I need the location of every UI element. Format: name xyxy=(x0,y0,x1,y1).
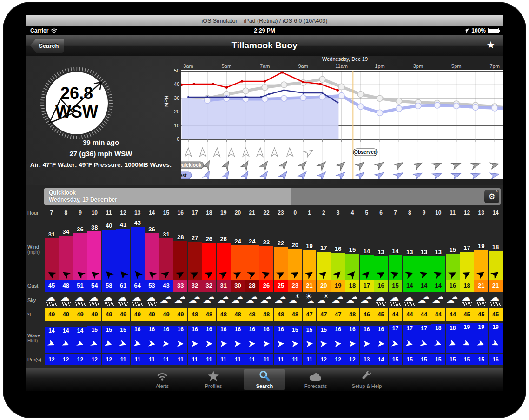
wind-bar xyxy=(217,243,231,280)
wind-value: 13 xyxy=(435,249,442,256)
temp-cell: 49 xyxy=(145,308,159,321)
wind-cell: 27 xyxy=(188,219,202,280)
sky-rain-icon: ☁ xyxy=(131,293,145,307)
gust-cell: 31 xyxy=(217,279,231,292)
table-settings-button[interactable]: ⚙ xyxy=(484,190,499,203)
hour-cell: 3 xyxy=(331,207,345,218)
wave-bar: 15 xyxy=(116,326,130,353)
gust-cell: 28 xyxy=(245,279,259,292)
wave-value: 16 xyxy=(134,326,140,353)
gust-cell: 16 xyxy=(374,279,388,292)
svg-text:est: est xyxy=(181,172,187,178)
svg-text:Observed: Observed xyxy=(354,149,377,155)
hour-cell: 13 xyxy=(131,207,145,218)
quicklook-model-selected[interactable]: Quicklook Wednesday, 19 December xyxy=(44,188,291,205)
temp-cell: 48 xyxy=(231,308,245,321)
svg-text:Quicklook: Quicklook xyxy=(181,162,202,168)
gust-cell: 14 xyxy=(417,279,431,292)
wind-value: 43 xyxy=(134,219,141,226)
period-cell: 11 xyxy=(231,354,245,365)
tab-search[interactable]: Search xyxy=(244,369,285,390)
wave-bar: 16 xyxy=(345,326,359,353)
period-cell: 12 xyxy=(331,354,345,365)
hour-cell: 22 xyxy=(259,207,273,218)
chart-canvas[interactable]: ObservedQuicklookest xyxy=(181,70,503,179)
wave-bar: 16 xyxy=(159,326,173,353)
wave-bar: 15 xyxy=(303,326,317,353)
period-cell: 11 xyxy=(217,354,231,365)
wind-cell: 17 xyxy=(460,219,474,280)
temp-cell: 47 xyxy=(303,308,317,321)
wind-value: 26 xyxy=(206,236,212,243)
wave-bar: 16 xyxy=(188,326,202,353)
period-cell: 11 xyxy=(303,354,317,365)
temp-cell: 48 xyxy=(245,308,259,321)
rain-streaks xyxy=(147,302,157,306)
back-search-button[interactable]: Search xyxy=(30,39,64,52)
wind-bar xyxy=(331,253,345,280)
wave-bar: 16 xyxy=(374,326,388,353)
temp-cell: 48 xyxy=(188,308,202,321)
tab-setup-help[interactable]: Setup & Help xyxy=(346,369,388,390)
temp-cell: 49 xyxy=(173,308,187,321)
favorite-star-icon[interactable]: ★ xyxy=(486,39,495,51)
sky-cloudy-icon: ☁☁ xyxy=(431,293,445,307)
wave-bar: 15 xyxy=(288,326,302,353)
wind-bar xyxy=(173,241,187,280)
wind-chart[interactable]: Wednesday, Dec 19 MPH ObservedQuicklooke… xyxy=(181,56,503,185)
wave-cell: 17 xyxy=(417,323,431,353)
wave-bar: 17 xyxy=(389,325,403,353)
hour-cell: 12 xyxy=(460,207,474,218)
sky-partly-icon: ☀☁ xyxy=(317,293,331,307)
temp-cell: 48 xyxy=(288,308,302,321)
wave-cell: 15 xyxy=(102,323,116,353)
wind-direction-arrow-icon xyxy=(175,269,185,279)
wave-cell: 14 xyxy=(45,323,59,353)
tab-forecasts[interactable]: Forecasts xyxy=(295,369,337,390)
rain-streaks xyxy=(104,302,114,306)
wave-cell: 14 xyxy=(73,323,87,353)
temp-cell: 48 xyxy=(274,308,288,321)
hour-cell: 1 xyxy=(303,207,317,218)
temp-cell: 49 xyxy=(102,308,116,321)
temp-cell: 49 xyxy=(87,308,101,321)
wind-value: 19 xyxy=(306,243,312,249)
wind-bar xyxy=(446,254,460,280)
wind-direction-arrow-icon xyxy=(146,269,157,280)
gust-cell: 18 xyxy=(345,279,359,292)
wind-cell: 36 xyxy=(145,219,159,280)
period-cell: 15 xyxy=(389,354,403,365)
ipad-screen: iOS Simulator – iPad (Retina) / iOS 6.0 … xyxy=(26,15,503,410)
temp-cell: 44 xyxy=(431,308,445,321)
wind-direction-arrow-icon xyxy=(89,269,99,279)
wave-bar: 14 xyxy=(45,327,59,353)
hour-cell: 17 xyxy=(188,207,202,218)
wave-cell: 16 xyxy=(188,323,202,353)
wave-value: 16 xyxy=(249,326,255,353)
wave-cell: 19 xyxy=(460,323,474,353)
hour-cell: 0 xyxy=(288,207,302,218)
wind-bar xyxy=(431,256,445,280)
tab-profiles[interactable]: Profiles xyxy=(192,369,234,390)
tab-alerts[interactable]: Alerts xyxy=(141,369,183,390)
quicklook-model-bar[interactable]: Quicklook Wednesday, 19 December ⚙ xyxy=(44,188,501,205)
temp-cell: 47 xyxy=(331,308,345,321)
hour-cell: 15 xyxy=(159,207,173,218)
wave-cell: 15 xyxy=(303,323,317,353)
wave-cell: 16 xyxy=(131,323,145,353)
temp-cell: 48 xyxy=(202,308,216,321)
bezel-bottom xyxy=(26,391,503,410)
wave-cell: 15 xyxy=(317,323,331,353)
wind-bar xyxy=(73,233,87,280)
gust-cell: 48 xyxy=(59,279,73,292)
temp-cell: 47 xyxy=(317,308,331,321)
rain-streaks xyxy=(490,302,501,306)
wave-value: 18 xyxy=(435,325,441,353)
temp-cell: 49 xyxy=(131,308,145,321)
gust-cell: 23 xyxy=(288,279,302,292)
wind-value: 15 xyxy=(349,246,356,253)
sky-cloudy-icon: ☁☁ xyxy=(245,293,259,307)
wind-cell: 19 xyxy=(303,219,317,280)
wave-bar: 19 xyxy=(489,323,503,353)
gust-cell: 14 xyxy=(403,279,417,292)
